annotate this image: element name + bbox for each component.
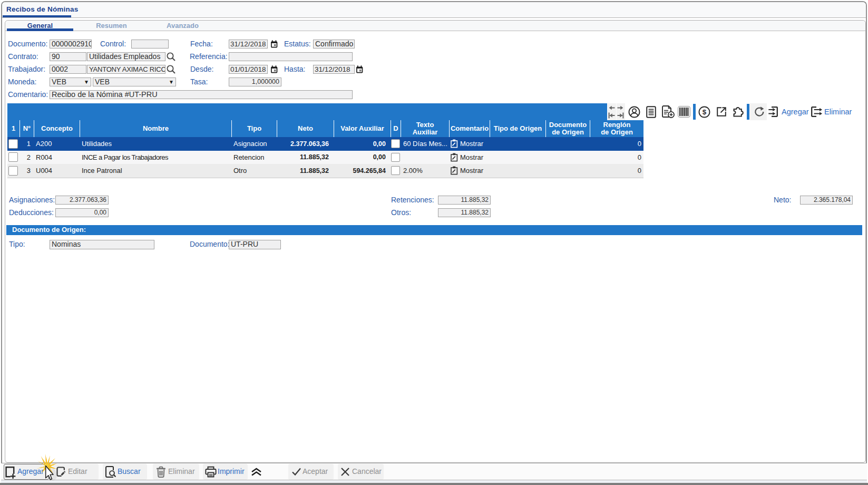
svg-text:$: $ xyxy=(703,108,707,116)
